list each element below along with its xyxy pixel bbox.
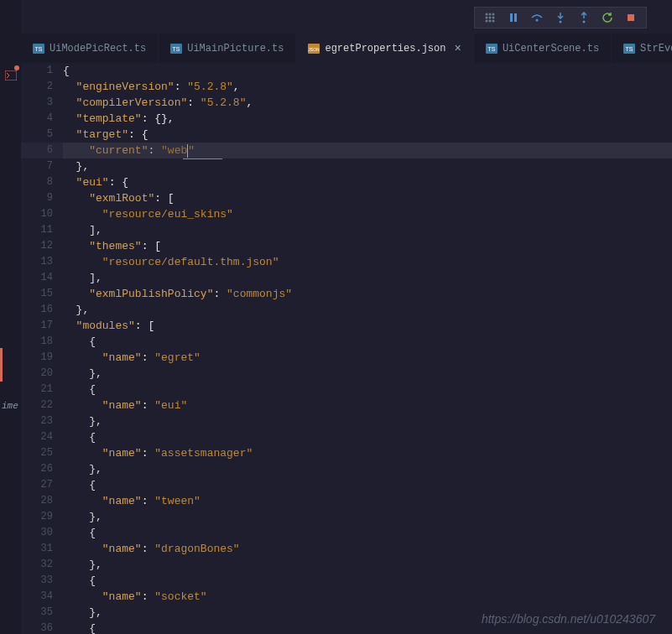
json-file-icon: JSON bbox=[308, 44, 320, 54]
activity-bar bbox=[0, 0, 21, 634]
code-line[interactable]: }, bbox=[63, 557, 672, 573]
code-line[interactable]: { bbox=[63, 573, 672, 589]
code-line[interactable]: "compilerVersion": "5.2.8", bbox=[63, 95, 672, 111]
line-gutter: 1234567891011121314151617181920212223242… bbox=[21, 63, 63, 634]
ts-file-icon: TS bbox=[623, 44, 635, 54]
code-line[interactable]: { bbox=[63, 477, 672, 493]
tab-label: StrEvent.ts bbox=[640, 43, 672, 55]
line-number: 15 bbox=[21, 286, 53, 302]
line-number: 18 bbox=[21, 334, 53, 350]
code-line[interactable]: "name": "tween" bbox=[63, 493, 672, 509]
svg-point-2 bbox=[492, 13, 495, 16]
code-line[interactable]: { bbox=[63, 63, 672, 79]
code-line[interactable]: "template": {}, bbox=[63, 111, 672, 127]
line-number: 11 bbox=[21, 222, 53, 238]
line-number: 24 bbox=[21, 429, 53, 445]
line-number: 26 bbox=[21, 461, 53, 477]
line-number: 16 bbox=[21, 302, 53, 318]
code-line[interactable]: "modules": [ bbox=[63, 318, 672, 334]
code-line[interactable]: }, bbox=[63, 302, 672, 318]
tab-uimodepicrect-ts[interactable]: TSUiModePicRect.ts bbox=[21, 34, 159, 63]
svg-point-3 bbox=[486, 17, 488, 19]
code-editor[interactable]: 1234567891011121314151617181920212223242… bbox=[21, 63, 672, 634]
step-out-icon[interactable] bbox=[577, 11, 591, 24]
line-number: 29 bbox=[21, 509, 53, 525]
line-number: 9 bbox=[21, 190, 53, 206]
line-number: 36 bbox=[21, 621, 53, 634]
svg-point-11 bbox=[536, 19, 539, 22]
code-line[interactable]: "target": { bbox=[63, 127, 672, 143]
tab-egretproperties-json[interactable]: JSONegretProperties.json× bbox=[296, 34, 473, 63]
code-line[interactable]: }, bbox=[63, 461, 672, 477]
svg-point-12 bbox=[560, 21, 562, 23]
pause-icon[interactable] bbox=[507, 11, 520, 24]
code-line[interactable]: "engineVersion": "5.2.8", bbox=[63, 79, 672, 95]
code-line[interactable]: "name": "assetsmanager" bbox=[63, 445, 672, 461]
code-line[interactable]: "exmlPublishPolicy": "commonjs" bbox=[63, 286, 672, 302]
svg-point-6 bbox=[486, 20, 488, 23]
svg-rect-14 bbox=[628, 14, 634, 21]
watermark: https://blog.csdn.net/u010243607 bbox=[482, 612, 655, 626]
terminal-icon[interactable] bbox=[0, 67, 21, 84]
code-line[interactable]: "current": "web" bbox=[63, 143, 672, 158]
code-line[interactable]: "name": "dragonBones" bbox=[63, 541, 672, 557]
tab-label: UiCenterScene.ts bbox=[503, 43, 599, 55]
svg-point-0 bbox=[486, 13, 488, 16]
svg-point-1 bbox=[489, 13, 492, 16]
drag-handle-icon[interactable] bbox=[483, 11, 497, 24]
code-line[interactable]: "resource/default.thm.json" bbox=[63, 254, 672, 270]
code-line[interactable]: ], bbox=[63, 270, 672, 286]
debug-toolbar bbox=[474, 7, 647, 29]
code-line[interactable]: "name": "eui" bbox=[63, 398, 672, 413]
code-line[interactable]: "themes": [ bbox=[63, 238, 672, 254]
tab-uimainpicture-ts[interactable]: TSUiMainPicture.ts bbox=[159, 34, 296, 63]
code-line[interactable]: "name": "egret" bbox=[63, 350, 672, 366]
stop-icon[interactable] bbox=[624, 11, 638, 24]
code-line[interactable]: "resource/eui_skins" bbox=[63, 206, 672, 222]
tab-label: UiMainPicture.ts bbox=[187, 43, 284, 55]
ts-file-icon: TS bbox=[486, 44, 497, 54]
side-marker bbox=[0, 348, 3, 382]
code-line[interactable]: { bbox=[63, 429, 672, 445]
code-line[interactable]: { bbox=[63, 525, 672, 541]
line-number: 23 bbox=[21, 413, 53, 429]
svg-rect-9 bbox=[510, 13, 513, 22]
code-line[interactable]: { bbox=[63, 334, 672, 350]
code-line[interactable]: { bbox=[63, 382, 672, 398]
code-line[interactable]: "exmlRoot": [ bbox=[63, 190, 672, 206]
side-label: ime bbox=[2, 401, 18, 411]
tab-label: egretProperties.json bbox=[325, 43, 445, 55]
close-icon[interactable]: × bbox=[454, 42, 461, 55]
line-number: 33 bbox=[21, 573, 53, 589]
restart-icon[interactable] bbox=[601, 11, 614, 24]
tab-label: UiModePicRect.ts bbox=[49, 43, 146, 55]
badge-icon bbox=[14, 65, 19, 70]
svg-point-5 bbox=[492, 17, 495, 19]
tab-strevent-ts[interactable]: TSStrEvent.ts bbox=[612, 34, 672, 63]
line-number: 1 bbox=[21, 63, 53, 79]
code-line[interactable]: }, bbox=[63, 366, 672, 382]
code-line[interactable]: "name": "socket" bbox=[63, 589, 672, 605]
line-number: 30 bbox=[21, 525, 53, 541]
svg-point-8 bbox=[492, 20, 495, 23]
line-number: 14 bbox=[21, 270, 53, 286]
tab-uicenterscene-ts[interactable]: TSUiCenterScene.ts bbox=[474, 34, 612, 63]
ts-file-icon: TS bbox=[33, 44, 44, 54]
line-number: 4 bbox=[21, 111, 53, 127]
svg-rect-15 bbox=[5, 70, 17, 81]
svg-point-7 bbox=[489, 20, 492, 23]
code-line[interactable]: ], bbox=[63, 222, 672, 238]
step-into-icon[interactable] bbox=[554, 11, 567, 24]
code-line[interactable]: }, bbox=[63, 158, 672, 174]
code-line[interactable]: }, bbox=[63, 413, 672, 429]
code-line[interactable]: }, bbox=[63, 509, 672, 525]
svg-text:TS: TS bbox=[626, 46, 633, 52]
line-number: 17 bbox=[21, 318, 53, 334]
step-over-icon[interactable] bbox=[530, 11, 544, 24]
code-line[interactable]: "eui": { bbox=[63, 174, 672, 190]
line-number: 8 bbox=[21, 174, 53, 190]
svg-rect-10 bbox=[514, 13, 517, 22]
editor-tabs: TSUiModePicRect.tsTSUiMainPicture.tsJSON… bbox=[21, 34, 672, 63]
code-content[interactable]: { "engineVersion": "5.2.8", "compilerVer… bbox=[63, 63, 672, 634]
line-number: 7 bbox=[21, 158, 53, 174]
